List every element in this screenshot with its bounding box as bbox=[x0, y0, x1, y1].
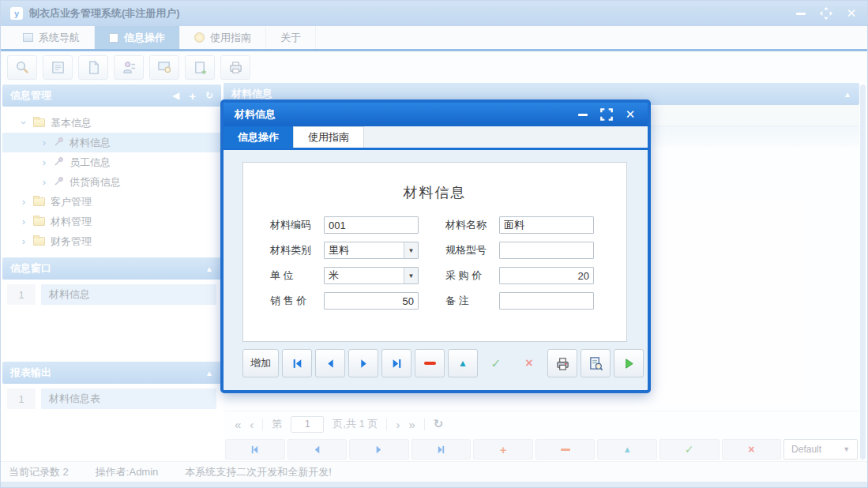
chevron-right-icon[interactable]: › bbox=[20, 196, 28, 208]
chevron-down-icon[interactable]: › bbox=[18, 119, 30, 127]
maximize-icon[interactable] bbox=[820, 7, 832, 20]
post-record-button[interactable]: ✓ bbox=[659, 439, 720, 460]
tab-user-guide[interactable]: 使用指南 bbox=[180, 26, 266, 49]
chevron-right-icon[interactable]: › bbox=[20, 235, 28, 247]
spec-model-field[interactable] bbox=[499, 242, 594, 259]
operator-text: 操作者:Admin bbox=[96, 465, 158, 479]
print-button[interactable] bbox=[547, 349, 577, 377]
delete-record-button[interactable] bbox=[415, 349, 445, 377]
remarks-field[interactable] bbox=[499, 292, 594, 310]
chevron-down-icon: ▼ bbox=[843, 445, 850, 453]
collapse-up-icon[interactable]: ▲ bbox=[205, 265, 213, 273]
user-icon bbox=[122, 60, 137, 75]
next-record-button[interactable] bbox=[348, 349, 378, 377]
collapse-left-icon[interactable]: ◀ bbox=[172, 90, 179, 101]
chevron-right-icon[interactable]: › bbox=[20, 216, 28, 227]
window-titlebar: y 制衣店业务管理系统(非注册用户) ✕ bbox=[1, 1, 867, 26]
run-report-button[interactable] bbox=[614, 349, 644, 377]
tree-item-finance-management[interactable]: › 财务管理 bbox=[2, 231, 221, 251]
sale-price-field[interactable] bbox=[324, 292, 419, 310]
close-icon[interactable]: ✕ bbox=[845, 7, 858, 20]
print-button[interactable] bbox=[220, 55, 250, 80]
report-button[interactable] bbox=[43, 55, 73, 80]
minus-icon bbox=[424, 362, 436, 365]
tree-label: 供货商信息 bbox=[70, 175, 121, 190]
first-page-icon[interactable]: « bbox=[235, 418, 241, 431]
chevron-down-icon: ▼ bbox=[404, 268, 418, 283]
next-record-button[interactable] bbox=[349, 439, 409, 460]
collapse-up-icon[interactable]: ▲ bbox=[205, 369, 213, 377]
cancel-record-button[interactable]: × bbox=[514, 349, 544, 377]
print-preview-icon bbox=[588, 356, 603, 371]
clock-icon bbox=[194, 32, 205, 43]
post-record-button[interactable]: ✓ bbox=[481, 349, 511, 377]
add-icon[interactable]: + bbox=[189, 89, 196, 103]
material-category-select[interactable]: 里料 ▼ bbox=[324, 242, 419, 259]
material-code-field[interactable] bbox=[324, 216, 419, 234]
delete-record-button[interactable] bbox=[535, 439, 596, 460]
prev-page-icon[interactable]: ‹ bbox=[250, 418, 254, 431]
tool-icon bbox=[54, 156, 64, 169]
tab-system-navigation[interactable]: 系统导航 bbox=[9, 26, 95, 49]
tree-item-basic-info[interactable]: › 基本信息 bbox=[2, 113, 221, 133]
add-record-button[interactable] bbox=[185, 55, 215, 80]
check-icon: ✓ bbox=[490, 356, 501, 371]
edit-record-button[interactable]: ▲ bbox=[597, 439, 657, 460]
print-preview-button[interactable] bbox=[581, 349, 611, 377]
document-icon bbox=[86, 60, 101, 75]
dialog-tab-info-operation[interactable]: 信息操作 bbox=[224, 126, 293, 148]
view-style-dropdown[interactable]: Default ▼ bbox=[783, 439, 858, 460]
tree-item-customer-management[interactable]: › 客户管理 bbox=[2, 192, 221, 212]
triangle-up-icon: ▲ bbox=[623, 445, 632, 454]
edit-record-button[interactable]: ▲ bbox=[448, 349, 478, 377]
dialog-close-icon[interactable]: ✕ bbox=[624, 108, 637, 121]
minimize-icon[interactable] bbox=[795, 7, 807, 20]
prev-record-button[interactable] bbox=[315, 349, 345, 377]
material-name-field[interactable] bbox=[499, 216, 594, 234]
last-record-button[interactable] bbox=[381, 349, 411, 377]
search-button[interactable] bbox=[7, 55, 37, 80]
dialog-tab-user-guide[interactable]: 使用指南 bbox=[293, 126, 364, 148]
insert-record-button[interactable]: + bbox=[473, 439, 533, 460]
collapse-up-icon[interactable]: ▲ bbox=[844, 90, 851, 99]
main-tabbar: 系统导航 信息操作 使用指南 关于 bbox=[1, 26, 867, 49]
tool-icon bbox=[54, 176, 64, 189]
dialog-maximize-icon[interactable] bbox=[600, 108, 613, 121]
window-controls: ✕ bbox=[795, 7, 858, 20]
chevron-right-icon[interactable]: › bbox=[40, 137, 48, 148]
refresh-icon[interactable]: ↻ bbox=[434, 417, 444, 431]
tree-item-employee-info[interactable]: › 员工信息 bbox=[2, 152, 221, 172]
info-window-item-material-info[interactable]: 1 材料信息 bbox=[7, 284, 216, 305]
tree-label: 财务管理 bbox=[51, 235, 92, 249]
chevron-right-icon[interactable]: › bbox=[40, 176, 48, 188]
dropdown-value: Default bbox=[791, 444, 821, 455]
new-document-button[interactable] bbox=[78, 55, 108, 80]
first-record-button[interactable] bbox=[225, 439, 285, 460]
purchase-price-field[interactable] bbox=[499, 267, 594, 284]
add-button[interactable]: 增加 bbox=[242, 349, 279, 377]
window-search-button[interactable] bbox=[149, 55, 179, 80]
tree-label: 员工信息 bbox=[70, 156, 111, 170]
unit-select[interactable]: 米 ▼ bbox=[324, 267, 419, 284]
page-number-input[interactable] bbox=[291, 416, 324, 433]
last-page-icon[interactable]: » bbox=[408, 418, 415, 431]
prev-record-button[interactable] bbox=[287, 439, 348, 460]
user-permission-button[interactable] bbox=[114, 55, 144, 80]
refresh-icon[interactable]: ↻ bbox=[205, 90, 213, 101]
cancel-record-button[interactable]: × bbox=[722, 439, 782, 460]
vertical-scrollbar[interactable] bbox=[860, 84, 866, 460]
last-record-button[interactable] bbox=[411, 439, 472, 460]
separator bbox=[386, 419, 387, 430]
separator bbox=[424, 419, 425, 430]
report-item-material-info-table[interactable]: 1 材料信息表 bbox=[7, 389, 216, 409]
first-record-button[interactable] bbox=[282, 349, 312, 377]
chevron-right-icon[interactable]: › bbox=[40, 156, 48, 168]
next-page-icon[interactable]: › bbox=[396, 418, 400, 431]
dialog-body: 材料信息 材料编码 材料名称 材料类别 里料 ▼ bbox=[224, 150, 648, 388]
tab-info-operation[interactable]: 信息操作 bbox=[95, 26, 180, 49]
tree-item-supplier-info[interactable]: › 供货商信息 bbox=[2, 172, 221, 192]
dialog-minimize-icon[interactable] bbox=[577, 108, 589, 121]
tree-item-material-info[interactable]: › 材料信息 bbox=[2, 133, 221, 152]
tab-about[interactable]: 关于 bbox=[266, 26, 316, 49]
tree-item-material-management[interactable]: › 材料管理 bbox=[2, 212, 221, 231]
